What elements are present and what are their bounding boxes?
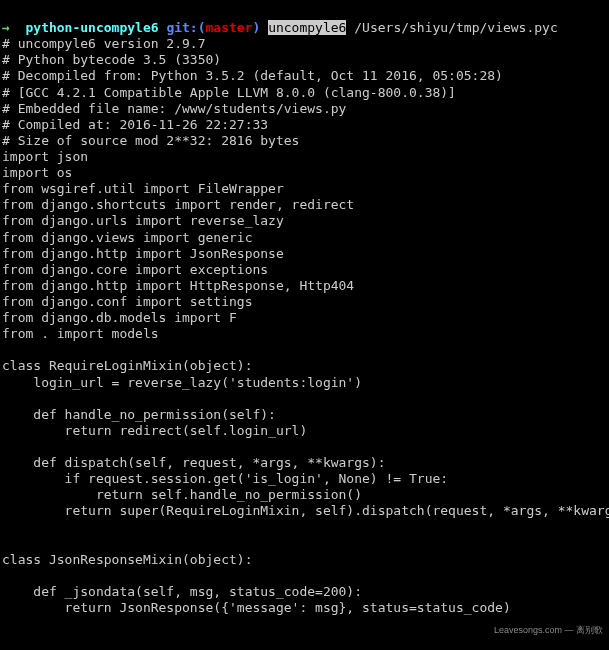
code-line: from django.http import JsonResponse [2, 246, 284, 261]
header-line: # uncompyle6 version 2.9.7 [2, 36, 206, 51]
header-line: # Embedded file name: /www/students/view… [2, 101, 346, 116]
code-line: import os [2, 165, 72, 180]
git-close: ) [252, 20, 260, 35]
code-line: return redirect(self.login_url) [2, 423, 307, 438]
code-line: class RequireLoginMixin(object): [2, 358, 252, 373]
header-line: # Decompiled from: Python 3.5.2 (default… [2, 68, 503, 83]
header-line: # Python bytecode 3.5 (3350) [2, 52, 221, 67]
code-line: from wsgiref.util import FileWrapper [2, 181, 284, 196]
terminal-output: → python-uncompyle6 git:(master) uncompy… [2, 20, 607, 650]
code-line: return self.handle_no_permission() [2, 487, 362, 502]
code-line: from django.urls import reverse_lazy [2, 213, 284, 228]
code-line: login_url = reverse_lazy('students:login… [2, 375, 362, 390]
header-line: # Compiled at: 2016-11-26 22:27:33 [2, 117, 268, 132]
git-branch: master [206, 20, 253, 35]
prompt-line: → python-uncompyle6 git:(master) uncompy… [2, 20, 558, 35]
code-line: class JsonResponseMixin(object): [2, 552, 252, 567]
code-line: if request.session.get('is_login', None)… [2, 471, 448, 486]
code-line: def _jsondata(self, msg, status_code=200… [2, 584, 362, 599]
watermark: Leavesongs.com — 离别歌 [494, 625, 603, 636]
header-line: # [GCC 4.2.1 Compatible Apple LLVM 8.0.0… [2, 85, 456, 100]
code-line: def handle_no_permission(self): [2, 407, 276, 422]
code-line: from django.shortcuts import render, red… [2, 197, 354, 212]
code-line: return JsonResponse({'message': msg}, st… [2, 600, 511, 615]
git-label: git:( [166, 20, 205, 35]
code-line: from django.core import exceptions [2, 262, 268, 277]
code-line: from django.http import HttpResponse, Ht… [2, 278, 354, 293]
code-line: def dispatch(self, request, *args, **kwa… [2, 455, 386, 470]
code-line: from django.db.models import F [2, 310, 237, 325]
command-executable[interactable]: uncompyle6 [268, 20, 346, 35]
code-line: import json [2, 149, 88, 164]
code-line: from . import models [2, 326, 159, 341]
header-line: # Size of source mod 2**32: 2816 bytes [2, 133, 299, 148]
code-line: from django.views import generic [2, 230, 252, 245]
code-line: from django.conf import settings [2, 294, 252, 309]
command-arg: /Users/shiyu/tmp/views.pyc [354, 20, 558, 35]
prompt-dir: python-uncompyle6 [25, 20, 158, 35]
prompt-arrow-icon: → [2, 20, 10, 35]
code-line: return super(RequireLoginMixin, self).di… [2, 503, 609, 518]
